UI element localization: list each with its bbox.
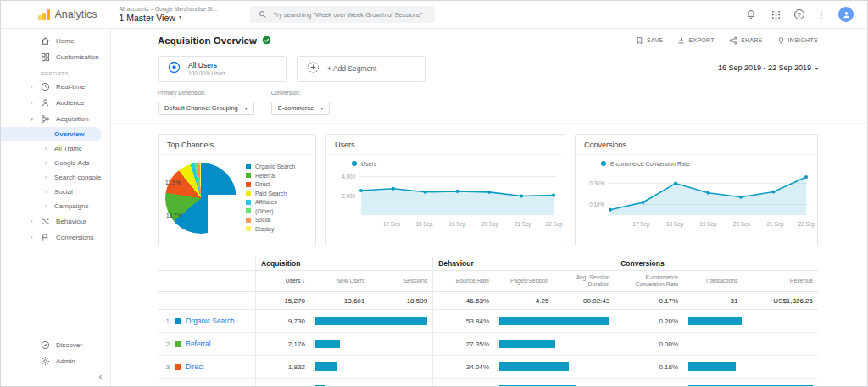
dimension-band: Primary Dimension: Default Channel Group… bbox=[111, 90, 867, 124]
conversions-series-legend: E-commerce Conversion Rate bbox=[601, 161, 817, 167]
total-revenue: US$1,826.25 bbox=[743, 292, 818, 310]
table-row: 2Referral 2,176 27.35% 0.00% bbox=[158, 333, 818, 356]
segment-all-users[interactable]: All Users 100.00% Users bbox=[158, 56, 287, 82]
column-header-transactions[interactable]: Transactions bbox=[683, 271, 743, 292]
sidebar-item-discover[interactable]: Discover bbox=[1, 337, 110, 353]
sidebar-item-audience[interactable]: › Audience bbox=[1, 95, 110, 111]
row-bounce-rate: 53.84% bbox=[433, 310, 494, 333]
sidebar-subitem-google-ads[interactable]: › Google Ads bbox=[1, 156, 110, 170]
x-axis-label: 19 Sep bbox=[700, 221, 717, 227]
notifications-bell-icon[interactable] bbox=[745, 8, 757, 20]
legend-item[interactable]: Organic Search bbox=[246, 163, 295, 172]
main-content: Acquisition Overview SAVE EXPORT SHARE bbox=[111, 29, 867, 386]
segment-name: All Users bbox=[188, 61, 225, 70]
analytics-app: Analytics All accounts > Google Merchand… bbox=[0, 0, 868, 387]
caret-down-icon: ▾ bbox=[179, 14, 181, 20]
search-input[interactable] bbox=[273, 11, 428, 19]
column-header-sessions[interactable]: Sessions bbox=[370, 271, 432, 292]
collapse-sidebar-icon[interactable]: ‹ bbox=[99, 372, 102, 381]
column-header-pages-session[interactable]: Pages/Session bbox=[494, 271, 554, 292]
channel-link[interactable]: Referral bbox=[186, 340, 211, 348]
sidebar-item-home[interactable]: Home bbox=[1, 33, 110, 49]
column-header-avg-session-duration[interactable]: Avg. Session Duration bbox=[554, 271, 615, 292]
total-pages-session: 4.25 bbox=[494, 292, 554, 310]
verified-check-icon bbox=[262, 33, 271, 48]
sidebar-item-realtime[interactable]: › Real-time bbox=[1, 79, 110, 95]
column-header-bounce-rate[interactable]: Bounce Rate bbox=[433, 271, 494, 292]
legend-item[interactable]: Display bbox=[246, 224, 295, 234]
totals-row: 15,270 13,601 18,599 46.53% 4.25 00:02:4… bbox=[158, 292, 818, 310]
chevron-right-icon: › bbox=[45, 203, 51, 209]
account-breadcrumb: All accounts > Google Merchandise St… bbox=[120, 6, 219, 12]
sidebar-subitem-overview[interactable]: Overview bbox=[1, 127, 102, 141]
sidebar-item-behaviour[interactable]: › Behaviour bbox=[1, 213, 110, 229]
total-new-users: 13,601 bbox=[310, 292, 370, 310]
card-title: Users bbox=[326, 135, 565, 155]
more-options-icon[interactable]: ⋮ bbox=[817, 10, 826, 19]
conversions-x-axis: 17 Sep 18 Sep 19 Sep 20 Sep 21 Sep 22 Se… bbox=[608, 221, 809, 230]
sidebar-item-label: Discover bbox=[56, 341, 82, 349]
sidebar-item-acquisition[interactable]: ▾ Acquisition bbox=[1, 111, 110, 127]
sidebar-item-customisation[interactable]: Customisation bbox=[1, 49, 110, 65]
total-users: 15,270 bbox=[256, 292, 310, 310]
legend-item[interactable]: Referral bbox=[246, 171, 295, 180]
share-button[interactable]: SHARE bbox=[729, 36, 763, 45]
save-button[interactable]: SAVE bbox=[636, 36, 663, 45]
sidebar-subitem-campaigns[interactable]: › Campaigns bbox=[1, 199, 110, 213]
channel-swatch bbox=[175, 318, 181, 324]
chevron-right-icon: › bbox=[45, 160, 51, 166]
sidebar-item-admin[interactable]: Admin bbox=[1, 353, 110, 369]
primary-dimension-label: Primary Dimension: bbox=[158, 90, 254, 96]
sidebar-subitem-search-console[interactable]: › Search console bbox=[1, 170, 110, 185]
sidebar-subitem-social[interactable]: › Social bbox=[1, 185, 110, 199]
pie-legend: Organic Search Referral Direct Paid Sear… bbox=[246, 163, 295, 234]
channel-link[interactable]: Organic Search bbox=[186, 317, 235, 325]
column-header-ecommerce-conversion-rate[interactable]: E-commerce Conversion Rate bbox=[615, 271, 683, 292]
column-header-revenue[interactable]: Revenue bbox=[743, 271, 818, 292]
chevron-right-icon: › bbox=[28, 100, 36, 106]
sidebar-item-label: Conversions bbox=[56, 234, 93, 241]
sidebar-subitem-label: All Traffic bbox=[54, 145, 82, 152]
export-button[interactable]: EXPORT bbox=[677, 36, 714, 45]
column-header-users[interactable]: Users ↓ bbox=[256, 271, 310, 292]
legend-item[interactable]: Social bbox=[246, 216, 295, 225]
sidebar-item-conversions[interactable]: › Conversions bbox=[1, 229, 110, 246]
users-line-chart[interactable]: 4,000 2,000 bbox=[359, 169, 556, 218]
legend-item[interactable]: Direct bbox=[246, 180, 295, 190]
users-bar bbox=[315, 317, 427, 325]
legend-item[interactable]: (Other) bbox=[246, 207, 295, 216]
sidebar-subitem-all-traffic[interactable]: › All Traffic bbox=[1, 141, 110, 156]
caret-down-icon: ▾ bbox=[815, 65, 818, 71]
column-header-new-users[interactable]: New Users bbox=[310, 271, 370, 292]
legend-swatch bbox=[246, 226, 251, 231]
account-selector[interactable]: All accounts > Google Merchandise St… 1 … bbox=[120, 6, 219, 23]
date-range-picker[interactable]: 16 Sep 2019 - 22 Sep 2019 ▾ bbox=[718, 56, 818, 72]
channel-link[interactable]: Paid Search bbox=[186, 385, 224, 386]
conversions-line-chart[interactable]: 0.30% 0.10% bbox=[608, 169, 809, 218]
charts-row: Top Channels 63.7% 13.7% 11.9% Organic S… bbox=[111, 124, 867, 255]
conversion-bar bbox=[688, 362, 736, 371]
realtime-clock-icon bbox=[41, 82, 51, 92]
conversion-select[interactable]: E-commerce ▾ bbox=[271, 102, 331, 115]
x-axis-label: 18 Sep bbox=[416, 221, 433, 227]
x-axis-label: 21 Sep bbox=[766, 221, 783, 227]
insights-button[interactable]: INSIGHTS bbox=[777, 36, 818, 45]
apps-grid-icon[interactable] bbox=[770, 8, 782, 20]
table-group-conversions: Conversions bbox=[615, 257, 818, 271]
help-icon[interactable]: ? bbox=[794, 9, 804, 19]
legend-item[interactable]: Affiliates bbox=[246, 198, 295, 207]
analytics-logo[interactable]: Analytics bbox=[38, 8, 97, 20]
export-download-icon bbox=[677, 36, 685, 45]
user-avatar[interactable] bbox=[838, 7, 854, 22]
x-axis-label: 18 Sep bbox=[666, 221, 683, 227]
row-bounce-rate: 34.04% bbox=[433, 356, 494, 379]
legend-swatch bbox=[246, 164, 251, 169]
search-bar[interactable] bbox=[250, 6, 435, 23]
legend-item[interactable]: Paid Search bbox=[246, 189, 295, 198]
add-segment-button[interactable]: + Add Segment bbox=[297, 56, 426, 82]
top-channels-pie-chart[interactable]: 63.7% 13.7% 11.9% bbox=[165, 163, 236, 234]
sidebar-item-label: Home bbox=[56, 37, 74, 45]
share-icon bbox=[729, 36, 737, 45]
primary-dimension-select[interactable]: Default Channel Grouping ▾ bbox=[158, 102, 254, 115]
channel-link[interactable]: Direct bbox=[186, 362, 204, 371]
